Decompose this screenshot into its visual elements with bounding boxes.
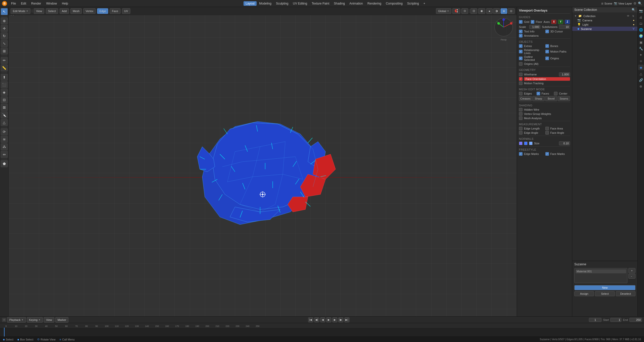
normal-loop-color[interactable]: [524, 142, 528, 145]
normal-vertex-color[interactable]: [519, 142, 522, 145]
start-frame-field[interactable]: 1: [610, 318, 621, 322]
tab-shading[interactable]: Shading: [332, 1, 347, 6]
knife-tool-btn[interactable]: 🔪: [1, 111, 8, 118]
timeline-body[interactable]: 0 10 20 30 40 50 60 70 80 90 100 110 120…: [0, 323, 644, 336]
grid-checkbox[interactable]: [519, 20, 522, 24]
scene-filter-btn[interactable]: 🔍: [632, 8, 635, 12]
axis-y-btn[interactable]: Y: [558, 20, 563, 24]
data-properties-icon[interactable]: △: [638, 71, 644, 76]
tab-texture-paint[interactable]: Texture Paint: [310, 1, 331, 6]
bevel-tool-btn[interactable]: ◈: [1, 89, 8, 96]
add-workspace-btn[interactable]: +: [421, 1, 427, 6]
face-angle-checkbox[interactable]: [545, 131, 549, 135]
vertex-btn[interactable]: Vertex: [83, 8, 96, 14]
slide-relax-tool-btn[interactable]: ⇔: [1, 151, 8, 158]
tab-uv-editing[interactable]: UV Editing: [291, 1, 309, 6]
constraints-properties-icon[interactable]: 🔗: [638, 77, 644, 83]
add-material-btn[interactable]: +: [628, 268, 635, 273]
floor-checkbox[interactable]: [531, 20, 534, 24]
subdivisions-value[interactable]: 10: [559, 25, 570, 29]
select-btn[interactable]: Select: [46, 8, 58, 14]
tab-compositing[interactable]: Compositing: [384, 1, 405, 6]
origins-all-checkbox[interactable]: [519, 62, 522, 66]
extrude-tool-btn[interactable]: ⬆: [1, 74, 8, 81]
inset-tool-btn[interactable]: ⬛: [1, 81, 8, 88]
new-material-btn[interactable]: New: [574, 285, 635, 290]
bevel-btn[interactable]: Bevel: [545, 96, 557, 101]
tab-scripting[interactable]: Scripting: [405, 1, 421, 6]
scale-value[interactable]: 1.000: [529, 25, 540, 29]
edge-btn[interactable]: Edge: [97, 8, 108, 14]
snapping-btn[interactable]: 🧲: [452, 8, 460, 14]
center-checkbox[interactable]: [554, 92, 557, 95]
timeline-view-btn[interactable]: View: [44, 317, 54, 323]
marker-btn[interactable]: Marker: [55, 317, 68, 323]
uv-btn[interactable]: UV: [122, 8, 130, 14]
wireframe-checkbox[interactable]: [519, 73, 522, 76]
annotate-tool-btn[interactable]: ✏: [1, 57, 8, 64]
face-marks-checkbox[interactable]: [545, 152, 549, 156]
normals-size-value[interactable]: 0.10: [559, 141, 570, 145]
relationship-lines-checkbox[interactable]: [519, 50, 522, 53]
overlay-btn[interactable]: ⊡: [470, 8, 477, 14]
assign-btn[interactable]: Assign: [574, 291, 594, 296]
annotations-checkbox[interactable]: [519, 34, 522, 37]
normal-face-color[interactable]: [529, 142, 533, 145]
world-properties-icon[interactable]: 🌍: [638, 33, 644, 39]
deselect-material-btn[interactable]: Deselect: [616, 291, 635, 296]
tab-animation[interactable]: Animation: [347, 1, 365, 6]
scene-area[interactable]: User Perspective (1) Suzanne X Y: [9, 7, 517, 316]
solid-shading-btn[interactable]: ●: [486, 8, 493, 14]
edge-angle-checkbox[interactable]: [519, 131, 522, 135]
end-frame-field[interactable]: 250: [629, 318, 642, 322]
motion-paths-checkbox[interactable]: [545, 50, 549, 53]
eevee-shading-btn[interactable]: ◎: [508, 8, 515, 14]
shear-tool-btn[interactable]: ⬟: [1, 160, 8, 167]
menu-render[interactable]: Render: [29, 1, 43, 6]
vertex-group-weights-checkbox[interactable]: [519, 112, 522, 116]
creases-btn[interactable]: Creases: [519, 96, 532, 101]
motion-tracking-checkbox[interactable]: [519, 81, 522, 85]
edges-checkbox[interactable]: [519, 92, 522, 95]
edge-length-checkbox[interactable]: [519, 127, 522, 130]
smooth-tool-btn[interactable]: ≋: [1, 136, 8, 143]
jump-start-btn[interactable]: |◀: [308, 317, 313, 322]
prev-keyframe-btn[interactable]: ◀|: [314, 317, 319, 322]
outline-selected-checkbox[interactable]: [519, 57, 522, 60]
cursor-tool-btn[interactable]: ⊕: [1, 17, 8, 24]
mesh-btn[interactable]: Mesh: [70, 8, 82, 14]
loop-cut-tool-btn[interactable]: ⊟: [1, 96, 8, 103]
timeline-playhead[interactable]: [4, 328, 5, 336]
tab-layout[interactable]: Layout: [244, 1, 257, 6]
current-frame-field[interactable]: 1: [589, 318, 601, 322]
scene-settings-btn[interactable]: ⚙: [633, 2, 636, 5]
collection-light-item[interactable]: 💡 Light ●: [572, 22, 637, 27]
output-properties-icon[interactable]: 🖨: [638, 14, 644, 20]
move-tool-btn[interactable]: ✛: [1, 25, 8, 32]
face-orientation-checkbox[interactable]: [519, 77, 522, 81]
perspective-ortho-toggle[interactable]: Persp: [499, 38, 508, 41]
viewport[interactable]: Edit Mode ▼ View Select Add Mesh Vertex …: [9, 7, 517, 316]
menu-window[interactable]: Window: [44, 1, 59, 6]
global-orientation-btn[interactable]: Global ▼: [436, 8, 452, 14]
material-properties-icon[interactable]: ◈: [638, 65, 644, 70]
cursor-3d-checkbox[interactable]: [545, 30, 549, 33]
sharp-btn[interactable]: Sharp: [532, 96, 545, 101]
rotate-tool-btn[interactable]: ↻: [1, 32, 8, 39]
scene-properties-icon[interactable]: 🌐: [638, 27, 644, 32]
playback-btn[interactable]: Playback ▼: [7, 317, 26, 323]
hidden-wire-checkbox[interactable]: [519, 108, 522, 111]
next-keyframe-btn[interactable]: |▶: [338, 317, 343, 322]
spin-tool-btn[interactable]: ⟳: [1, 128, 8, 135]
wireframe-value[interactable]: 1.000: [559, 72, 570, 76]
monkey-mesh[interactable]: [185, 96, 341, 227]
seams-btn[interactable]: Seams: [558, 96, 570, 101]
keying-btn[interactable]: Keying ▼: [27, 317, 43, 323]
tab-rendering[interactable]: Rendering: [365, 1, 383, 6]
view-layer-properties-icon[interactable]: 🗂: [638, 21, 644, 26]
material-shading-btn[interactable]: ◑: [493, 8, 500, 14]
transform-tool-btn[interactable]: ⊞: [1, 48, 8, 55]
collection-camera-item[interactable]: 📷 Camera ●: [572, 18, 637, 22]
add-btn[interactable]: Add: [60, 8, 69, 14]
axis-x-btn[interactable]: X: [551, 20, 556, 24]
